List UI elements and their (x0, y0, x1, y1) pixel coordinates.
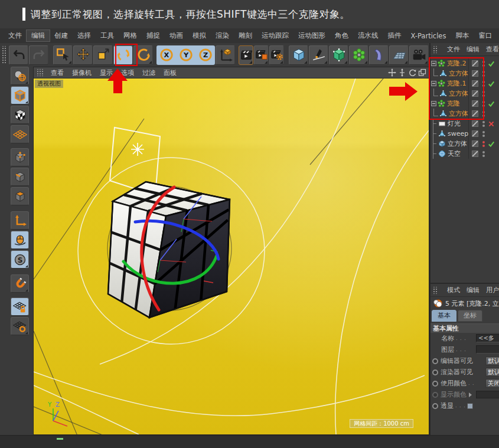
object-row-cube-child[interactable]: 立方体 (430, 109, 499, 119)
magnet-snap-button[interactable] (11, 274, 29, 293)
menu-create[interactable]: 创建 (50, 30, 73, 41)
layer-chip[interactable] (472, 70, 478, 77)
visibility-dots[interactable] (482, 81, 485, 87)
name-field[interactable]: <<多 (476, 334, 499, 342)
layer-chip[interactable] (472, 151, 478, 157)
object-row-cloner[interactable]: 克隆 (430, 99, 499, 109)
expander-icon[interactable] (431, 81, 436, 86)
viewport-grip[interactable] (36, 69, 44, 76)
menu-help[interactable]: 帮助 (497, 30, 499, 41)
menu-render[interactable]: 渲染 (211, 30, 234, 41)
model-mode-button[interactable] (11, 86, 29, 104)
keyframe-radio[interactable] (432, 369, 438, 375)
edges-mode-button[interactable] (11, 168, 29, 186)
workplane-lock-button[interactable] (11, 297, 29, 316)
menu-script[interactable]: 脚本 (451, 30, 474, 41)
object-row-cube-child[interactable]: 立方体 (430, 89, 499, 99)
polygons-mode-button[interactable] (11, 187, 29, 205)
spline-pen-button[interactable] (309, 45, 328, 65)
object-row-cloner-1[interactable]: 克隆.1 (430, 79, 499, 89)
dolly-icon[interactable] (398, 68, 406, 77)
render-settings-button[interactable] (254, 45, 269, 65)
axis-mode-button[interactable] (11, 211, 29, 230)
am-menu-mode[interactable]: 模式 (447, 286, 460, 295)
visibility-dots-hidden[interactable] (482, 141, 485, 147)
visibility-dots[interactable] (482, 111, 485, 117)
object-manager-tree[interactable]: 克隆.2 立方体 (430, 56, 499, 284)
environment-button[interactable] (389, 45, 409, 65)
menu-mesh[interactable]: 网格 (119, 30, 142, 41)
enabled-check-icon[interactable] (488, 100, 495, 107)
menu-window[interactable]: 窗口 (474, 30, 497, 41)
visibility-dots[interactable] (482, 61, 485, 67)
z-axis-lock-button[interactable]: Z (195, 45, 215, 65)
menu-select[interactable]: 选择 (73, 30, 96, 41)
enabled-check-icon[interactable] (488, 140, 495, 148)
toolbar-grip[interactable] (1, 46, 6, 64)
pan-icon[interactable] (388, 68, 396, 77)
editor-visibility-dropdown[interactable]: 默认 (485, 357, 499, 365)
layer-chip[interactable] (472, 60, 478, 67)
disabled-cross-icon[interactable] (488, 120, 495, 127)
am-menu-edit[interactable]: 编辑 (467, 286, 480, 295)
visibility-dots[interactable] (482, 101, 485, 107)
layer-chip[interactable] (472, 90, 478, 97)
expand-arrow-icon[interactable] (469, 393, 472, 397)
viewport-mouse-button[interactable] (11, 231, 29, 249)
visibility-dots[interactable] (482, 91, 485, 97)
menu-plugins[interactable]: 插件 (383, 30, 406, 41)
keyframe-radio[interactable] (432, 358, 438, 364)
workplane-ring-button[interactable] (11, 317, 29, 335)
expander-icon[interactable] (431, 101, 436, 106)
move-tool-button[interactable] (73, 45, 93, 65)
rotate-tool-button[interactable] (113, 45, 133, 65)
vi3d-viewport-canvas[interactable]: Y Z 透视视图 网格间距：1000 cm (34, 79, 429, 434)
menu-motion-tracker[interactable]: 运动跟踪 (257, 30, 293, 41)
subdivision-surface-button[interactable] (329, 45, 348, 65)
menu-edit[interactable]: 编辑 (27, 30, 50, 41)
enabled-check-icon[interactable] (488, 80, 495, 87)
am-menu-user[interactable]: 用户 (486, 286, 499, 295)
tab-basic[interactable]: 基本 (432, 310, 456, 322)
menu-animate[interactable]: 动画 (165, 30, 188, 41)
texture-mode-button[interactable] (11, 106, 29, 124)
keyframe-radio[interactable] (432, 381, 438, 387)
layer-chip[interactable] (472, 100, 478, 107)
visibility-dots[interactable] (482, 151, 485, 157)
om-menu-view[interactable]: 查看 (486, 45, 499, 54)
y-axis-lock-button[interactable]: Y (176, 45, 195, 65)
layer-chip[interactable] (472, 110, 478, 117)
menu-simulate[interactable]: 模拟 (188, 30, 211, 41)
deformer-button[interactable] (369, 45, 389, 65)
undo-button[interactable] (9, 45, 28, 65)
camera-button[interactable] (409, 45, 429, 65)
redo-button[interactable] (29, 45, 48, 65)
menu-pipeline[interactable]: 流水线 (353, 30, 383, 41)
object-row-cloner-2[interactable]: 克隆.2 (430, 58, 499, 68)
toggle-view-icon[interactable] (418, 68, 426, 77)
vp-menu-view[interactable]: 查看 (47, 68, 68, 78)
keyframe-radio[interactable] (432, 403, 438, 409)
menu-tools[interactable]: 工具 (96, 30, 119, 41)
add-primitive-button[interactable] (289, 45, 308, 65)
display-color-swatch[interactable] (476, 391, 499, 398)
layer-field[interactable] (476, 345, 499, 354)
object-row-cube[interactable]: 立方体 (430, 139, 499, 149)
points-mode-button[interactable] (11, 148, 29, 166)
menu-snap[interactable]: 捕捉 (142, 30, 165, 41)
om-menu-edit[interactable]: 编辑 (467, 45, 480, 54)
visibility-dots[interactable] (482, 71, 485, 77)
layer-chip[interactable] (472, 120, 478, 127)
menu-file[interactable]: 文件 (4, 30, 27, 41)
object-row-sky[interactable]: 天空 (430, 149, 499, 159)
live-selection-tool-button[interactable] (53, 45, 73, 65)
object-row-sweep1[interactable]: sweep1 (430, 129, 499, 139)
vp-menu-cameras[interactable]: 摄像机 (68, 68, 96, 78)
expander-icon[interactable] (431, 61, 436, 66)
menu-mograph[interactable]: 运动图形 (293, 30, 330, 41)
x-axis-lock-button[interactable]: X (156, 45, 176, 65)
object-row-cube-child[interactable]: 立方体 (430, 68, 499, 79)
object-manager-grip[interactable] (432, 46, 438, 53)
workplane-mode-button[interactable] (11, 125, 29, 143)
mograph-button[interactable] (349, 45, 368, 65)
